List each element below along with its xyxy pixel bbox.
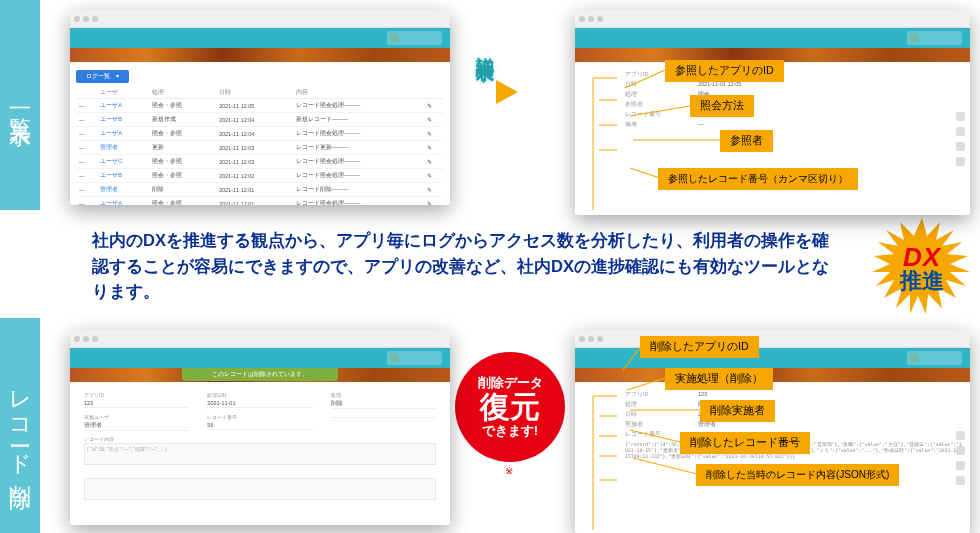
table-header: 内容 xyxy=(293,87,424,99)
side-label-list: 一覧表示 xyxy=(0,0,40,210)
tag-deleter: 削除実施者 xyxy=(700,400,775,422)
tag-json: 削除した当時のレコード内容(JSON形式) xyxy=(696,464,899,486)
connector-lines-icon xyxy=(587,70,621,215)
detail-row: 日時2021-11-01 12:01 xyxy=(625,411,964,418)
table-row[interactable]: —管理者削除2021-11 12:01レコード削除———✎ xyxy=(76,183,444,197)
edit-icon[interactable]: ✎ xyxy=(424,155,444,169)
tag-ref-records: 参照したレコード番号（カンマ区切り） xyxy=(658,168,858,190)
log-table: ユーザ処理日時内容 —ユーザA照会・参照2021-11 12:05レコード照会処… xyxy=(76,87,444,205)
starburst-line2: 推進 xyxy=(900,270,944,292)
table-cell: 管理者 xyxy=(97,183,149,197)
header-ribbon xyxy=(70,48,450,62)
form-cell xyxy=(331,414,436,431)
table-header: 処理 xyxy=(149,87,216,99)
avatar xyxy=(907,31,962,45)
detail-row: 備考— xyxy=(625,121,964,128)
table-cell: — xyxy=(76,141,97,155)
table-row[interactable]: —ユーザA照会・参照2021-11 12:04レコード照会処理———✎ xyxy=(76,127,444,141)
browser-chrome xyxy=(575,10,970,28)
form-value: 56 xyxy=(207,421,312,430)
detail-row: 処理照会 xyxy=(625,91,964,98)
app-topbar xyxy=(575,28,970,48)
detail-key: 備考 xyxy=(625,121,680,128)
table-row[interactable]: —管理者更新2021-11 12:03レコード更新———✎ xyxy=(76,141,444,155)
edit-icon[interactable]: ✎ xyxy=(424,127,444,141)
edit-icon[interactable]: ✎ xyxy=(424,197,444,206)
table-cell: レコード照会処理——— xyxy=(293,169,424,183)
edit-icon[interactable]: ✎ xyxy=(424,99,444,113)
table-cell: — xyxy=(76,169,97,183)
detail-key: 参照者 xyxy=(625,101,680,108)
app-topbar xyxy=(70,348,450,368)
form-label: 実施ユーザ xyxy=(84,414,189,420)
detail-row: 参照者ユーザー A xyxy=(625,101,964,108)
tag-del-recno: 削除したレコード番号 xyxy=(680,432,810,454)
form-label: 処理日時 xyxy=(207,392,312,398)
edit-icon[interactable]: ✎ xyxy=(424,141,444,155)
edit-icon[interactable]: ✎ xyxy=(424,113,444,127)
detail-key: レコード番号 xyxy=(625,111,680,118)
side-tools xyxy=(956,428,966,488)
table-cell: ユーザB xyxy=(97,169,149,183)
table-cell: 2021-11 12:01 xyxy=(216,197,293,206)
form-row: アプリID123処理日時2021-11-01処理削除 xyxy=(84,392,436,409)
detail-key: 日時 xyxy=(625,411,680,418)
browser-chrome xyxy=(70,10,450,28)
detail-row: レコード番号101,102,103,104,105 xyxy=(625,111,964,118)
form-row: 実施ユーザ管理者レコード番号56 xyxy=(84,414,436,431)
table-cell: 2021-11 12:05 xyxy=(216,99,293,113)
table-cell: — xyxy=(76,99,97,113)
table-cell: ユーザC xyxy=(97,155,149,169)
table-cell: 2021-11 12:04 xyxy=(216,113,293,127)
detail-value: 管理者 xyxy=(698,421,716,428)
tag-del-app-id: 削除したアプリのID xyxy=(640,336,759,358)
table-cell: 2021-11 12:03 xyxy=(216,141,293,155)
table-header xyxy=(76,87,97,99)
table-row[interactable]: —ユーザC照会・参照2021-11 12:03レコード照会処理———✎ xyxy=(76,155,444,169)
screenshot-list-view: ログ一覧 ▾ ユーザ処理日時内容 —ユーザA照会・参照2021-11 12:05… xyxy=(70,10,450,205)
restore-badge: 削除データ 復元 できます! xyxy=(455,352,565,462)
form-label: 処理 xyxy=(331,392,436,398)
edit-icon[interactable]: ✎ xyxy=(424,183,444,197)
connector-lines-icon xyxy=(587,390,621,533)
table-row[interactable]: —ユーザB新規作成2021-11 12:04新規レコード———✎ xyxy=(76,113,444,127)
table-cell: — xyxy=(76,197,97,206)
table-cell: 2021-11 12:03 xyxy=(216,155,293,169)
table-cell: — xyxy=(76,183,97,197)
arrow-right-icon xyxy=(496,80,518,104)
table-cell: レコード削除——— xyxy=(293,183,424,197)
side-tools xyxy=(956,109,966,169)
edit-icon[interactable]: ✎ xyxy=(424,169,444,183)
table-header xyxy=(424,87,444,99)
restore-line3: できます! xyxy=(482,422,538,440)
table-cell: レコード照会処理——— xyxy=(293,99,424,113)
table-row[interactable]: —ユーザB照会・参照2021-11 12:02レコード照会処理———✎ xyxy=(76,169,444,183)
form-label: アプリID xyxy=(84,392,189,398)
description-text: 社内のDXを推進する観点から、アプリ毎にログからアクセス数を分析したり、利用者の… xyxy=(92,228,842,305)
table-cell: — xyxy=(76,155,97,169)
detail-row: アプリID123 xyxy=(625,391,964,398)
table-cell: 2021-11 12:04 xyxy=(216,127,293,141)
view-dropdown[interactable]: ログ一覧 ▾ xyxy=(76,70,129,83)
header-ribbon: このレコードは削除されています。 xyxy=(70,368,450,382)
table-cell: 新規作成 xyxy=(149,113,216,127)
form-label: レコード内容 xyxy=(84,436,436,442)
json-textarea[interactable]: { "id":56, "氏名":"—", "部署":"—", ... } xyxy=(84,443,436,465)
table-cell: レコード照会処理——— xyxy=(293,127,424,141)
form-label: レコード番号 xyxy=(207,414,312,420)
table-cell: 削除 xyxy=(149,183,216,197)
form-value: 管理者 xyxy=(84,421,189,431)
table-row[interactable]: —ユーザA照会・参照2021-11 12:05レコード照会処理———✎ xyxy=(76,99,444,113)
form-cell: レコード番号56 xyxy=(207,414,312,431)
restore-note: ※ xyxy=(505,465,513,476)
detail-key: 実施者 xyxy=(625,421,680,428)
detail-key: レコード番号 xyxy=(625,431,680,438)
table-cell: 照会・参照 xyxy=(149,99,216,113)
form-value: 123 xyxy=(84,399,189,408)
notes-textarea[interactable] xyxy=(84,478,436,500)
detail-key: アプリID xyxy=(625,391,680,398)
table-row[interactable]: —ユーザA照会・参照2021-11 12:01レコード照会処理———✎ xyxy=(76,197,444,206)
table-cell: レコード照会処理——— xyxy=(293,155,424,169)
detail-key: 処理 xyxy=(625,91,680,98)
side-label-delete: レコード削除 xyxy=(0,318,40,533)
